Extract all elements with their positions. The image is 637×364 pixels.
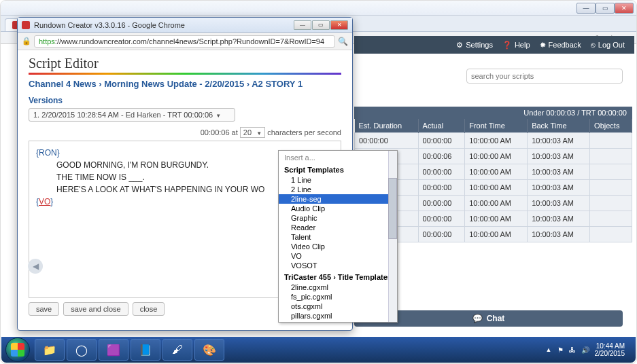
url-rest: ://www.rundowncreator.com/channel4news/S… <box>55 37 324 46</box>
cps-at: at <box>232 128 238 136</box>
feedback-link[interactable]: ✸Feedback <box>540 41 581 50</box>
save-and-close-button[interactable]: save and close <box>63 302 128 316</box>
tray-expand-icon[interactable]: ▲ <box>546 346 552 353</box>
popup-minimize-button[interactable]: — <box>294 20 311 30</box>
dropdown-option[interactable]: VOSOT <box>279 261 397 270</box>
table-cell: 00:00:00 <box>418 180 465 196</box>
feedback-label: Feedback <box>549 41 581 49</box>
dropdown-option[interactable]: ots.cgxml <box>279 302 397 311</box>
dropdown-option[interactable]: Audio Clip <box>279 204 397 213</box>
table-cell: 10:00:03 AM <box>528 133 590 149</box>
clock-date: 2/20/2015 <box>595 350 625 357</box>
dropdown-option[interactable]: pillars.cgxml <box>279 311 397 321</box>
settings-label: Settings <box>466 41 493 49</box>
table-row[interactable]: 00:00:0000:00:0010:00:00 AM10:00:03 AM <box>355 133 632 149</box>
popup-close-button[interactable]: ✕ <box>330 20 348 30</box>
dropdown-scrollbar-thumb[interactable] <box>388 178 397 239</box>
taskbar-clock[interactable]: 10:44 AM 2/20/2015 <box>595 342 625 357</box>
taskbar-app3-button[interactable]: 🖌 <box>162 339 192 361</box>
start-button[interactable] <box>5 338 30 362</box>
rainbow-divider <box>29 73 341 75</box>
chat-icon: 💬 <box>472 314 483 323</box>
search-icon[interactable]: 🔍 <box>338 37 348 46</box>
dropdown-option[interactable]: VO <box>279 251 397 261</box>
table-cell: 10:00:03 AM <box>528 149 590 164</box>
rundown-header[interactable]: Back Time <box>528 119 590 133</box>
table-cell: 00:00:00 <box>418 227 465 242</box>
cps-row: 00:00:06 at 20 ▼ characters per second <box>29 127 341 138</box>
dropdown-option[interactable]: 2line-seg <box>279 194 397 204</box>
table-cell: 00:00:00 <box>418 133 465 149</box>
dropdown-option[interactable]: 2 Line <box>279 185 397 194</box>
taskbar-app2-button[interactable]: 📘 <box>131 339 160 361</box>
system-tray: ▲ ⚑ 🖧 🔊 10:44 AM 2/20/2015 <box>546 342 632 357</box>
dropdown-option[interactable]: Talent <box>279 232 397 242</box>
popup-titlebar[interactable]: Rundown Creator v3.3.0.16 - Google Chrom… <box>18 18 352 33</box>
table-cell: 10:00:03 AM <box>528 164 590 180</box>
rundown-header[interactable]: Front Time <box>465 119 528 133</box>
table-cell <box>590 149 632 164</box>
table-cell: 10:00:03 AM <box>528 180 590 196</box>
clock-time: 10:44 AM <box>595 342 625 350</box>
table-cell: 10:00:00 AM <box>465 211 528 227</box>
breadcrumb[interactable]: Channel 4 News › Morning News Update - 2… <box>29 79 341 89</box>
table-cell: 00:00:00 <box>418 196 465 211</box>
dropdown-group-script-templates: Script Templates <box>279 163 397 175</box>
dropdown-option[interactable]: 1 Line <box>279 175 397 185</box>
table-cell: 00:00:00 <box>418 211 465 227</box>
taskbar-app1-button[interactable]: 🟪 <box>99 339 128 361</box>
logout-icon: ⎋ <box>591 41 596 49</box>
table-cell <box>590 196 632 211</box>
insert-dropdown: Insert a... Script Templates 1 Line2 Lin… <box>278 150 398 323</box>
tray-volume-icon[interactable]: 🔊 <box>581 346 589 354</box>
app-topbar: ⚙Settings ❓Help ✸Feedback ⎋Log Out <box>354 36 634 54</box>
tray-flag-icon[interactable]: ⚑ <box>557 346 564 354</box>
tray-network-icon[interactable]: 🖧 <box>569 346 576 354</box>
dropdown-option[interactable]: fs_pic.cgxml <box>279 292 397 302</box>
taskbar-chrome-button[interactable]: ◯ <box>67 339 97 361</box>
taskbar-paint-button[interactable]: 🎨 <box>194 339 224 361</box>
dropdown-option[interactable]: Reader <box>279 223 397 232</box>
table-cell: 10:00:00 AM <box>465 227 528 242</box>
table-cell: 10:00:00 AM <box>465 149 528 164</box>
dropdown-group-title-templates: TriCaster 455 › Title Templates <box>279 270 397 283</box>
save-button[interactable]: save <box>29 302 59 316</box>
logout-link[interactable]: ⎋Log Out <box>591 41 625 49</box>
table-cell: 10:00:00 AM <box>465 133 528 149</box>
main-maximize-button[interactable]: ▭ <box>596 3 615 14</box>
rundown-header[interactable]: Est. Duration <box>355 119 419 133</box>
logout-label: Log Out <box>598 41 625 49</box>
help-link[interactable]: ❓Help <box>502 41 530 50</box>
settings-link[interactable]: ⚙Settings <box>456 41 493 50</box>
table-cell: 00:00:00 <box>418 164 465 180</box>
cps-trt: 00:00:06 <box>201 128 230 136</box>
popup-url[interactable]: https://www.rundowncreator.com/channel4n… <box>34 35 335 48</box>
table-cell <box>590 211 632 227</box>
table-cell: 10:00:03 AM <box>528 211 590 227</box>
back-circle-button[interactable]: ◀ <box>28 259 43 274</box>
gear-icon: ⚙ <box>456 41 463 50</box>
dropdown-option[interactable]: 2line.cgxml <box>279 283 397 292</box>
dropdown-option[interactable]: Graphic <box>279 213 397 223</box>
search-input[interactable] <box>466 69 623 84</box>
rundown-header[interactable]: Actual <box>418 119 465 133</box>
script-marker-vo[interactable]: VO <box>39 197 50 206</box>
taskbar-explorer-button[interactable]: 📁 <box>35 339 65 361</box>
table-cell <box>590 133 632 149</box>
table-cell: 00:00:00 <box>355 133 419 149</box>
table-cell: 10:00:00 AM <box>465 180 528 196</box>
cps-input[interactable]: 20 ▼ <box>240 127 265 138</box>
versions-select[interactable]: 1. 2/20/2015 10:28:54 AM - Ed Harken - T… <box>29 108 235 122</box>
lock-icon: 🔒 <box>22 37 31 46</box>
dropdown-option[interactable]: Video Clip <box>279 242 397 251</box>
chevron-down-icon: ▼ <box>256 130 262 136</box>
cps-suffix: characters per second <box>267 128 341 136</box>
main-close-button[interactable]: ✕ <box>615 3 634 14</box>
main-window-titlebar: — ▭ ✕ <box>1 1 636 16</box>
dropdown-placeholder: Insert a... <box>279 152 397 163</box>
main-minimize-button[interactable]: — <box>576 3 596 14</box>
close-button[interactable]: close <box>133 302 165 316</box>
popup-maximize-button[interactable]: ▭ <box>312 20 330 30</box>
url-scheme: https <box>39 37 55 46</box>
rundown-header[interactable]: Objects <box>590 119 632 133</box>
